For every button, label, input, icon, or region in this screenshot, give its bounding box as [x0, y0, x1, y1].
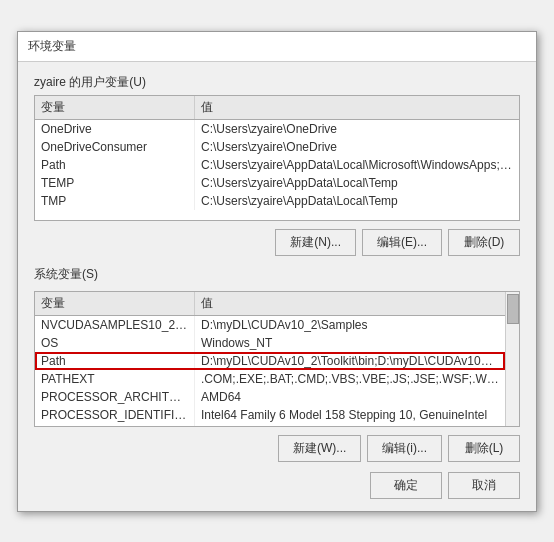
- td-var: Path: [35, 156, 195, 174]
- ok-button[interactable]: 确定: [370, 472, 442, 499]
- sys-table-header: 变量 值: [35, 292, 505, 316]
- title-bar: 环境变量: [18, 32, 536, 62]
- td-var: PROCESSOR_IDENTIFIER: [35, 406, 195, 424]
- table-row[interactable]: TEMPC:\Users\zyaire\AppData\Local\Temp: [35, 174, 519, 192]
- sys-table-body: NVCUDASAMPLES10_2_RO...D:\myDL\CUDAv10_2…: [35, 316, 505, 426]
- user-section-label: zyaire 的用户变量(U): [34, 74, 520, 91]
- environment-variables-dialog: 环境变量 zyaire 的用户变量(U) 变量 值 OneDriveC:\Use…: [17, 31, 537, 512]
- td-val: C:\Users\zyaire\AppData\Local\Temp: [195, 174, 519, 192]
- sys-scrollbar-thumb[interactable]: [507, 294, 519, 324]
- sys-table-inner: 变量 值 NVCUDASAMPLES10_2_RO...D:\myDL\CUDA…: [35, 292, 505, 426]
- user-new-button[interactable]: 新建(N)...: [275, 229, 356, 256]
- td-var: OneDriveConsumer: [35, 138, 195, 156]
- dialog-body: zyaire 的用户变量(U) 变量 值 OneDriveC:\Users\zy…: [18, 62, 536, 511]
- table-row[interactable]: OneDriveConsumerC:\Users\zyaire\OneDrive: [35, 138, 519, 156]
- td-var: Path: [35, 352, 195, 370]
- sys-variables-table: 变量 值 NVCUDASAMPLES10_2_RO...D:\myDL\CUDA…: [34, 291, 520, 427]
- dialog-title: 环境变量: [28, 38, 76, 55]
- sys-button-row: 新建(W)... 编辑(i)... 删除(L): [34, 435, 520, 462]
- table-row[interactable]: PathD:\myDL\CUDAv10_2\Toolkit\bin;D:\myD…: [35, 352, 505, 370]
- cancel-button[interactable]: 取消: [448, 472, 520, 499]
- td-val: C:\Users\zyaire\OneDrive: [195, 120, 519, 138]
- td-val: D:\myDL\CUDAv10_2\Toolkit\bin;D:\myDL\CU…: [195, 352, 505, 370]
- td-val: C:\Users\zyaire\AppData\Local\Microsoft\…: [195, 156, 519, 174]
- td-val: 6: [195, 424, 505, 426]
- user-button-row: 新建(N)... 编辑(E)... 删除(D): [34, 229, 520, 256]
- td-var: NVCUDASAMPLES10_2_RO...: [35, 316, 195, 334]
- user-variables-table: 变量 值 OneDriveC:\Users\zyaire\OneDriveOne…: [34, 95, 520, 221]
- sys-section-row: 系统变量(S): [34, 266, 520, 287]
- td-var: PATHEXT: [35, 370, 195, 388]
- td-var: OS: [35, 334, 195, 352]
- td-var: TEMP: [35, 174, 195, 192]
- sys-edit-button[interactable]: 编辑(i)...: [367, 435, 442, 462]
- td-var: TMP: [35, 192, 195, 210]
- td-var: PROCESSOR_ARCHITECTURE: [35, 388, 195, 406]
- user-col-var: 变量: [35, 96, 195, 119]
- sys-col-val: 值: [195, 292, 505, 315]
- td-val: Intel64 Family 6 Model 158 Stepping 10, …: [195, 406, 505, 424]
- td-var: PROCESSOR_LEVEL: [35, 424, 195, 426]
- td-val: Windows_NT: [195, 334, 505, 352]
- bottom-button-row: 确定 取消: [34, 472, 520, 499]
- td-val: C:\Users\zyaire\OneDrive: [195, 138, 519, 156]
- sys-section-label: 系统变量(S): [34, 266, 98, 283]
- user-delete-button[interactable]: 删除(D): [448, 229, 520, 256]
- table-row[interactable]: PathC:\Users\zyaire\AppData\Local\Micros…: [35, 156, 519, 174]
- td-var: OneDrive: [35, 120, 195, 138]
- user-edit-button[interactable]: 编辑(E)...: [362, 229, 442, 256]
- table-row[interactable]: PROCESSOR_IDENTIFIERIntel64 Family 6 Mod…: [35, 406, 505, 424]
- sys-scrollbar[interactable]: [505, 292, 519, 426]
- sys-new-button[interactable]: 新建(W)...: [278, 435, 361, 462]
- table-row[interactable]: TMPC:\Users\zyaire\AppData\Local\Temp: [35, 192, 519, 210]
- table-row[interactable]: NVCUDASAMPLES10_2_RO...D:\myDL\CUDAv10_2…: [35, 316, 505, 334]
- sys-col-var: 变量: [35, 292, 195, 315]
- table-row[interactable]: PROCESSOR_LEVEL6: [35, 424, 505, 426]
- td-val: D:\myDL\CUDAv10_2\Samples: [195, 316, 505, 334]
- user-table-body: OneDriveC:\Users\zyaire\OneDriveOneDrive…: [35, 120, 519, 220]
- td-val: AMD64: [195, 388, 505, 406]
- table-row[interactable]: OSWindows_NT: [35, 334, 505, 352]
- td-val: .COM;.EXE;.BAT;.CMD;.VBS;.VBE;.JS;.JSE;.…: [195, 370, 505, 388]
- table-row[interactable]: PATHEXT.COM;.EXE;.BAT;.CMD;.VBS;.VBE;.JS…: [35, 370, 505, 388]
- sys-delete-button[interactable]: 删除(L): [448, 435, 520, 462]
- table-row[interactable]: PROCESSOR_ARCHITECTUREAMD64: [35, 388, 505, 406]
- td-val: C:\Users\zyaire\AppData\Local\Temp: [195, 192, 519, 210]
- table-row[interactable]: OneDriveC:\Users\zyaire\OneDrive: [35, 120, 519, 138]
- user-table-header: 变量 值: [35, 96, 519, 120]
- user-col-val: 值: [195, 96, 519, 119]
